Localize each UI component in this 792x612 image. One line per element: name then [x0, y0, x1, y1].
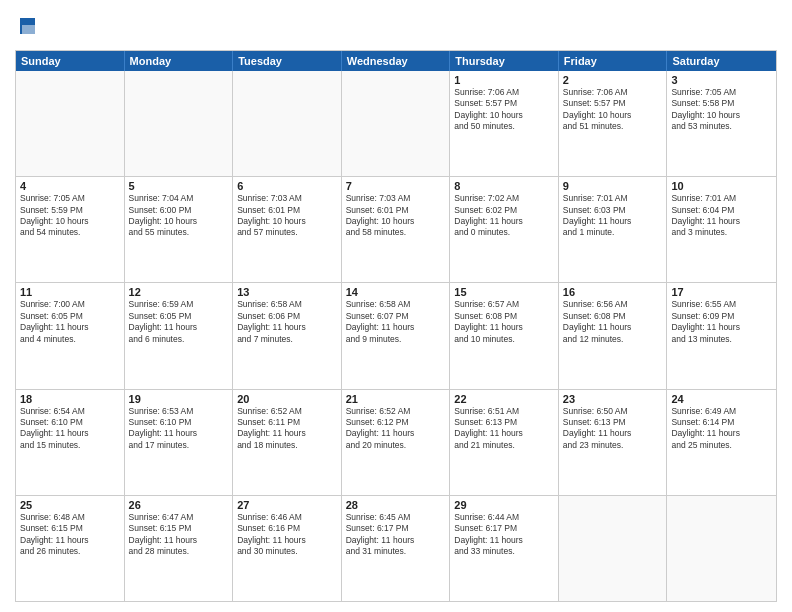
day-number: 19 [129, 393, 229, 405]
header [15, 15, 777, 42]
calendar-cell: 27Sunrise: 6:46 AMSunset: 6:16 PMDayligh… [233, 496, 342, 601]
calendar-cell: 6Sunrise: 7:03 AMSunset: 6:01 PMDaylight… [233, 177, 342, 282]
calendar-cell: 12Sunrise: 6:59 AMSunset: 6:05 PMDayligh… [125, 283, 234, 388]
calendar-week-row: 25Sunrise: 6:48 AMSunset: 6:15 PMDayligh… [16, 495, 776, 601]
calendar-cell [16, 71, 125, 176]
day-info-text: Sunrise: 6:46 AMSunset: 6:16 PMDaylight:… [237, 512, 337, 558]
day-info-text: Sunrise: 6:51 AMSunset: 6:13 PMDaylight:… [454, 406, 554, 452]
calendar-cell: 5Sunrise: 7:04 AMSunset: 6:00 PMDaylight… [125, 177, 234, 282]
calendar-cell [125, 71, 234, 176]
day-number: 24 [671, 393, 772, 405]
day-info-text: Sunrise: 6:58 AMSunset: 6:06 PMDaylight:… [237, 299, 337, 345]
day-info-text: Sunrise: 6:53 AMSunset: 6:10 PMDaylight:… [129, 406, 229, 452]
day-info-text: Sunrise: 7:06 AMSunset: 5:57 PMDaylight:… [454, 87, 554, 133]
day-number: 11 [20, 286, 120, 298]
calendar-cell: 22Sunrise: 6:51 AMSunset: 6:13 PMDayligh… [450, 390, 559, 495]
day-number: 27 [237, 499, 337, 511]
day-number: 16 [563, 286, 663, 298]
day-number: 15 [454, 286, 554, 298]
calendar-cell: 18Sunrise: 6:54 AMSunset: 6:10 PMDayligh… [16, 390, 125, 495]
day-info-text: Sunrise: 7:02 AMSunset: 6:02 PMDaylight:… [454, 193, 554, 239]
calendar-cell: 16Sunrise: 6:56 AMSunset: 6:08 PMDayligh… [559, 283, 668, 388]
calendar-cell: 23Sunrise: 6:50 AMSunset: 6:13 PMDayligh… [559, 390, 668, 495]
day-number: 10 [671, 180, 772, 192]
calendar-cell [233, 71, 342, 176]
day-number: 7 [346, 180, 446, 192]
svg-marker-1 [21, 25, 35, 34]
day-number: 20 [237, 393, 337, 405]
day-info-text: Sunrise: 7:01 AMSunset: 6:04 PMDaylight:… [671, 193, 772, 239]
day-number: 6 [237, 180, 337, 192]
page: SundayMondayTuesdayWednesdayThursdayFrid… [0, 0, 792, 612]
calendar-cell [342, 71, 451, 176]
day-info-text: Sunrise: 6:52 AMSunset: 6:11 PMDaylight:… [237, 406, 337, 452]
logo-flag-icon [17, 15, 39, 37]
day-number: 25 [20, 499, 120, 511]
day-number: 17 [671, 286, 772, 298]
calendar-cell: 2Sunrise: 7:06 AMSunset: 5:57 PMDaylight… [559, 71, 668, 176]
calendar-cell: 9Sunrise: 7:01 AMSunset: 6:03 PMDaylight… [559, 177, 668, 282]
day-number: 23 [563, 393, 663, 405]
day-info-text: Sunrise: 6:55 AMSunset: 6:09 PMDaylight:… [671, 299, 772, 345]
day-info-text: Sunrise: 6:48 AMSunset: 6:15 PMDaylight:… [20, 512, 120, 558]
logo [15, 15, 39, 42]
logo-text [15, 15, 39, 42]
day-info-text: Sunrise: 7:01 AMSunset: 6:03 PMDaylight:… [563, 193, 663, 239]
calendar-week-row: 18Sunrise: 6:54 AMSunset: 6:10 PMDayligh… [16, 389, 776, 495]
day-number: 14 [346, 286, 446, 298]
calendar-week-row: 1Sunrise: 7:06 AMSunset: 5:57 PMDaylight… [16, 71, 776, 176]
calendar-cell: 26Sunrise: 6:47 AMSunset: 6:15 PMDayligh… [125, 496, 234, 601]
weekday-header: Wednesday [342, 51, 451, 71]
day-info-text: Sunrise: 7:00 AMSunset: 6:05 PMDaylight:… [20, 299, 120, 345]
day-number: 28 [346, 499, 446, 511]
day-info-text: Sunrise: 6:47 AMSunset: 6:15 PMDaylight:… [129, 512, 229, 558]
calendar-cell: 25Sunrise: 6:48 AMSunset: 6:15 PMDayligh… [16, 496, 125, 601]
day-info-text: Sunrise: 6:44 AMSunset: 6:17 PMDaylight:… [454, 512, 554, 558]
day-info-text: Sunrise: 7:03 AMSunset: 6:01 PMDaylight:… [346, 193, 446, 239]
calendar-cell: 10Sunrise: 7:01 AMSunset: 6:04 PMDayligh… [667, 177, 776, 282]
calendar-cell: 20Sunrise: 6:52 AMSunset: 6:11 PMDayligh… [233, 390, 342, 495]
weekday-header: Tuesday [233, 51, 342, 71]
calendar-cell: 4Sunrise: 7:05 AMSunset: 5:59 PMDaylight… [16, 177, 125, 282]
weekday-header: Friday [559, 51, 668, 71]
day-number: 2 [563, 74, 663, 86]
day-info-text: Sunrise: 6:58 AMSunset: 6:07 PMDaylight:… [346, 299, 446, 345]
day-number: 8 [454, 180, 554, 192]
weekday-header: Sunday [16, 51, 125, 71]
calendar: SundayMondayTuesdayWednesdayThursdayFrid… [15, 50, 777, 602]
day-number: 5 [129, 180, 229, 192]
calendar-cell: 8Sunrise: 7:02 AMSunset: 6:02 PMDaylight… [450, 177, 559, 282]
calendar-cell: 1Sunrise: 7:06 AMSunset: 5:57 PMDaylight… [450, 71, 559, 176]
day-info-text: Sunrise: 7:05 AMSunset: 5:59 PMDaylight:… [20, 193, 120, 239]
day-info-text: Sunrise: 6:52 AMSunset: 6:12 PMDaylight:… [346, 406, 446, 452]
day-number: 1 [454, 74, 554, 86]
day-info-text: Sunrise: 7:04 AMSunset: 6:00 PMDaylight:… [129, 193, 229, 239]
day-info-text: Sunrise: 6:54 AMSunset: 6:10 PMDaylight:… [20, 406, 120, 452]
day-number: 4 [20, 180, 120, 192]
day-number: 9 [563, 180, 663, 192]
calendar-cell: 11Sunrise: 7:00 AMSunset: 6:05 PMDayligh… [16, 283, 125, 388]
day-info-text: Sunrise: 6:45 AMSunset: 6:17 PMDaylight:… [346, 512, 446, 558]
day-info-text: Sunrise: 6:49 AMSunset: 6:14 PMDaylight:… [671, 406, 772, 452]
day-info-text: Sunrise: 6:57 AMSunset: 6:08 PMDaylight:… [454, 299, 554, 345]
day-number: 29 [454, 499, 554, 511]
calendar-cell: 24Sunrise: 6:49 AMSunset: 6:14 PMDayligh… [667, 390, 776, 495]
calendar-body: 1Sunrise: 7:06 AMSunset: 5:57 PMDaylight… [16, 71, 776, 601]
calendar-cell: 13Sunrise: 6:58 AMSunset: 6:06 PMDayligh… [233, 283, 342, 388]
weekday-header: Thursday [450, 51, 559, 71]
calendar-week-row: 4Sunrise: 7:05 AMSunset: 5:59 PMDaylight… [16, 176, 776, 282]
day-number: 22 [454, 393, 554, 405]
day-info-text: Sunrise: 7:03 AMSunset: 6:01 PMDaylight:… [237, 193, 337, 239]
calendar-week-row: 11Sunrise: 7:00 AMSunset: 6:05 PMDayligh… [16, 282, 776, 388]
day-number: 21 [346, 393, 446, 405]
day-info-text: Sunrise: 6:56 AMSunset: 6:08 PMDaylight:… [563, 299, 663, 345]
calendar-cell [667, 496, 776, 601]
calendar-cell: 29Sunrise: 6:44 AMSunset: 6:17 PMDayligh… [450, 496, 559, 601]
calendar-cell [559, 496, 668, 601]
day-number: 13 [237, 286, 337, 298]
calendar-cell: 19Sunrise: 6:53 AMSunset: 6:10 PMDayligh… [125, 390, 234, 495]
day-number: 12 [129, 286, 229, 298]
calendar-cell: 7Sunrise: 7:03 AMSunset: 6:01 PMDaylight… [342, 177, 451, 282]
day-info-text: Sunrise: 7:05 AMSunset: 5:58 PMDaylight:… [671, 87, 772, 133]
day-info-text: Sunrise: 6:59 AMSunset: 6:05 PMDaylight:… [129, 299, 229, 345]
